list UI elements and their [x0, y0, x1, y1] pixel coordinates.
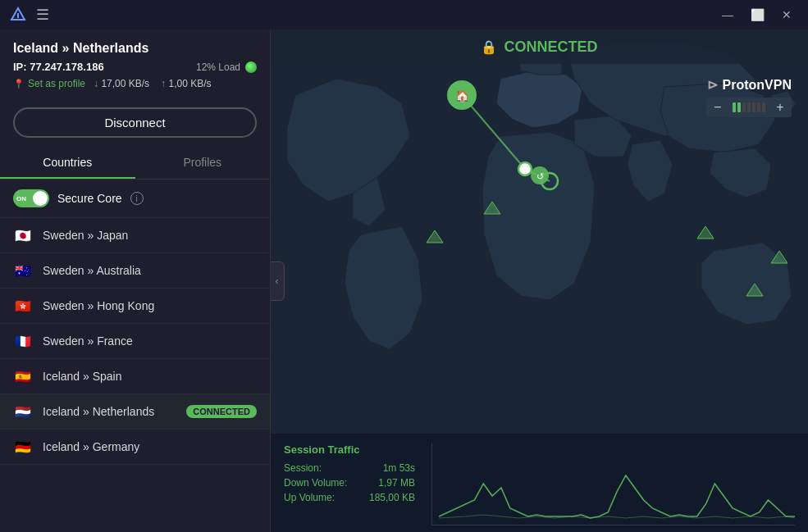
- zoom-pip-6: [757, 102, 760, 112]
- ip-display: IP: 77.247.178.186: [13, 61, 104, 73]
- collapse-panel-button[interactable]: ‹: [271, 261, 285, 301]
- server-name-iceland-spain: Iceland » Spain: [43, 370, 257, 383]
- down-volume-value: 1,97 MB: [378, 477, 415, 489]
- up-volume-row: Up Volume: 185,00 KB: [284, 492, 415, 503]
- connection-title: Iceland » Netherlands: [13, 41, 257, 56]
- zoom-pip-5: [752, 102, 756, 112]
- server-item-iceland-germany[interactable]: 🇩🇪Iceland » Germany: [0, 430, 270, 465]
- flag-iceland-netherlands: 🇳🇱: [13, 404, 33, 419]
- svg-text:↺: ↺: [536, 171, 544, 181]
- server-name-sweden-australia: Sweden » Australia: [43, 264, 257, 277]
- connected-badge-iceland-netherlands: CONNECTED: [186, 405, 257, 418]
- proton-brand: ⊳ ProtonVPN − +: [706, 77, 792, 117]
- server-name-sweden-france: Sweden » France: [43, 334, 257, 348]
- ip-row: IP: 77.247.178.186 12% Load: [13, 61, 257, 73]
- traffic-title: Session Traffic: [284, 443, 415, 456]
- titlebar: ☰ — ⬜ ✕: [0, 0, 808, 30]
- up-volume-value: 185,00 KB: [369, 492, 415, 503]
- server-item-iceland-spain[interactable]: 🇪🇸Iceland » Spain: [0, 359, 270, 394]
- server-name-sweden-hongkong: Sweden » Hong Kong: [43, 299, 257, 312]
- traffic-graph: [431, 443, 795, 525]
- flag-sweden-australia: 🇦🇺: [13, 263, 33, 278]
- load-text: 12% Load: [196, 61, 240, 73]
- tab-profiles[interactable]: Profiles: [135, 148, 271, 179]
- flag-sweden-japan: 🇯🇵: [13, 228, 33, 243]
- zoom-pip-4: [747, 102, 751, 112]
- flag-iceland-germany: 🇩🇪: [13, 439, 33, 454]
- server-name-iceland-netherlands: Iceland » Netherlands: [43, 405, 176, 418]
- secure-core-label: Secure Core: [57, 192, 122, 205]
- down-volume-row: Down Volume: 1,97 MB: [284, 477, 415, 489]
- set-profile-row: Set as profile 17,00 KB/s 1,00 KB/s: [13, 78, 257, 89]
- proton-vpn-label: ProtonVPN: [723, 78, 792, 93]
- server-item-sweden-hongkong[interactable]: 🇭🇰Sweden » Hong Kong: [0, 289, 270, 324]
- flag-sweden-hongkong: 🇭🇰: [13, 298, 33, 313]
- speed-info: 17,00 KB/s 1,00 KB/s: [94, 78, 211, 89]
- server-item-sweden-australia[interactable]: 🇦🇺Sweden » Australia: [0, 253, 270, 289]
- secure-core-info-icon[interactable]: i: [130, 192, 144, 205]
- lock-icon: 🔒: [481, 39, 497, 55]
- zoom-pip-2: [737, 102, 741, 112]
- secure-core-toggle[interactable]: ON: [13, 189, 49, 207]
- traffic-chart: [439, 451, 795, 525]
- flag-iceland-spain: 🇪🇸: [13, 369, 33, 384]
- minimize-button[interactable]: —: [716, 3, 739, 26]
- svg-text:🏠: 🏠: [455, 89, 470, 103]
- tabs-row: Countries Profiles: [0, 148, 270, 180]
- titlebar-left: ☰: [10, 6, 49, 24]
- main-layout: Iceland » Netherlands IP: 77.247.178.186…: [0, 30, 808, 532]
- load-display: 12% Load: [196, 61, 257, 73]
- connection-header: Iceland » Netherlands IP: 77.247.178.186…: [0, 30, 270, 104]
- download-speed: 17,00 KB/s: [94, 78, 149, 89]
- upload-speed: 1,00 KB/s: [161, 78, 211, 89]
- server-item-iceland-netherlands[interactable]: 🇳🇱Iceland » NetherlandsCONNECTED: [0, 394, 270, 430]
- window-controls: — ⬜ ✕: [716, 3, 798, 26]
- server-name-iceland-germany: Iceland » Germany: [43, 440, 257, 453]
- close-button[interactable]: ✕: [775, 3, 798, 26]
- set-as-profile-link[interactable]: Set as profile: [13, 78, 85, 89]
- session-value: 1m 53s: [383, 462, 415, 474]
- menu-icon[interactable]: ☰: [36, 6, 49, 24]
- proton-vpn-name: ⊳ ProtonVPN: [707, 77, 792, 93]
- secure-core-row: ON Secure Core i: [0, 180, 270, 218]
- flag-sweden-france: 🇫🇷: [13, 334, 33, 348]
- zoom-controls: − +: [706, 98, 792, 117]
- server-name-sweden-japan: Sweden » Japan: [43, 229, 257, 242]
- server-item-sweden-france[interactable]: 🇫🇷Sweden » France: [0, 324, 270, 359]
- svg-point-12: [518, 162, 532, 175]
- zoom-pip-3: [742, 102, 746, 112]
- zoom-bar: [729, 98, 769, 117]
- load-indicator: [245, 61, 257, 73]
- traffic-section: Session Traffic Session: 1m 53s Down Vol…: [271, 434, 808, 532]
- maximize-button[interactable]: ⬜: [746, 3, 769, 26]
- ip-value: 77.247.178.186: [30, 61, 103, 73]
- down-volume-label: Down Volume:: [284, 477, 347, 489]
- up-volume-label: Up Volume:: [284, 492, 335, 503]
- toggle-on-label: ON: [16, 195, 26, 202]
- zoom-out-button[interactable]: −: [706, 98, 729, 117]
- connected-status-bar: 🔒 CONNECTED: [271, 30, 808, 64]
- connected-text: 🔒 CONNECTED: [481, 39, 597, 56]
- toggle-knob: [33, 191, 48, 206]
- app-logo: [10, 7, 26, 23]
- zoom-pip-7: [762, 102, 765, 112]
- left-panel: Iceland » Netherlands IP: 77.247.178.186…: [0, 30, 271, 532]
- disconnect-button[interactable]: Disconnect: [13, 107, 257, 138]
- server-item-sweden-japan[interactable]: 🇯🇵Sweden » Japan: [0, 218, 270, 253]
- traffic-info: Session Traffic Session: 1m 53s Down Vol…: [284, 443, 415, 525]
- tab-countries[interactable]: Countries: [0, 148, 135, 179]
- session-row: Session: 1m 53s: [284, 462, 415, 474]
- server-list: 🇯🇵Sweden » Japan🇦🇺Sweden » Australia🇭🇰Sw…: [0, 218, 270, 532]
- connected-label: CONNECTED: [504, 39, 597, 56]
- right-panel: ‹: [271, 30, 808, 532]
- zoom-pip-1: [733, 102, 736, 112]
- ip-label: IP:: [13, 61, 27, 73]
- proton-arrow-icon: ⊳: [707, 77, 718, 93]
- session-label: Session:: [284, 462, 322, 474]
- zoom-in-button[interactable]: +: [769, 98, 792, 117]
